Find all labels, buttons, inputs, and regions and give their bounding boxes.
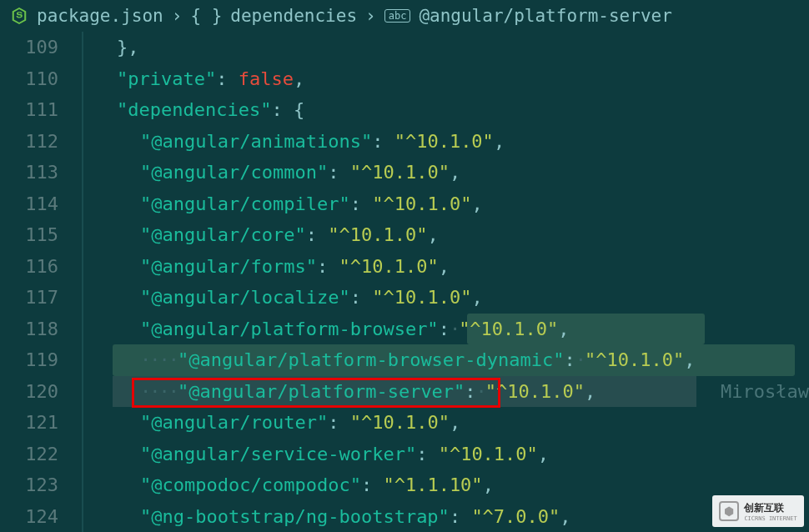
nodejs-icon [10, 7, 28, 25]
line-number: 123 [0, 469, 58, 501]
code-line[interactable]: "dependencies": { [83, 94, 809, 126]
line-number: 113 [0, 157, 58, 188]
breadcrumb-file[interactable]: package.json [37, 6, 163, 26]
line-number: 111 [0, 94, 58, 126]
chevron-right-icon: › [172, 6, 183, 26]
code-line[interactable]: "@angular/animations": "^10.1.0", [83, 126, 809, 158]
chevron-right-icon: › [365, 6, 376, 26]
line-number: 121 [0, 407, 58, 439]
line-number: 118 [0, 314, 58, 345]
line-number: 120 [0, 376, 58, 408]
line-number: 115 [0, 219, 58, 251]
line-number: 110 [0, 63, 58, 95]
breadcrumb-section[interactable]: dependencies [230, 6, 357, 26]
line-number: 124 [0, 501, 58, 533]
string-icon: abc [384, 9, 411, 23]
code-line[interactable]: "private": false, [83, 63, 809, 95]
code-line[interactable]: ····"@angular/platform-browser-dynamic":… [83, 344, 809, 376]
code-line[interactable]: "@angular/common": "^10.1.0", [83, 157, 809, 188]
line-number: 112 [0, 126, 58, 158]
git-blame-author: Mirosław [721, 376, 809, 408]
code-line[interactable]: "@angular/service-worker": "^10.1.0", [83, 439, 809, 470]
line-number: 122 [0, 439, 58, 470]
code-line[interactable]: ····"@angular/platform-server":·"^10.1.0… [83, 376, 809, 408]
code-editor[interactable]: 1091101111121131141151161171181191201211… [0, 32, 809, 532]
line-number: 109 [0, 32, 58, 63]
line-number-gutter: 1091101111121131141151161171181191201211… [0, 32, 83, 532]
braces-icon: { } [190, 6, 222, 26]
code-line[interactable]: "@ng-bootstrap/ng-bootstrap": "^7.0.0", [83, 501, 809, 533]
code-line[interactable]: "@angular/platform-browser":·"^10.1.0", [83, 314, 809, 345]
code-line[interactable]: }, [83, 32, 809, 63]
code-line[interactable]: "@angular/compiler": "^10.1.0", [83, 188, 809, 220]
watermark-logo: ⬢ 创新互联 CICRNS INTERNET [712, 495, 804, 527]
line-number: 116 [0, 251, 58, 283]
code-content[interactable]: },"private": false,"dependencies": {"@an… [83, 32, 809, 532]
line-number: 117 [0, 282, 58, 314]
code-line[interactable]: "@compodoc/compodoc": "^1.1.10", [83, 469, 809, 501]
breadcrumb-field[interactable]: @angular/platform-server [419, 6, 671, 26]
code-line[interactable]: "@angular/router": "^10.1.0", [83, 407, 809, 439]
line-number: 119 [0, 344, 58, 376]
breadcrumb: package.json › { } dependencies › abc @a… [0, 0, 809, 32]
code-line[interactable]: "@angular/core": "^10.1.0", [83, 219, 809, 251]
line-number: 114 [0, 188, 58, 220]
code-line[interactable]: "@angular/forms": "^10.1.0", [83, 251, 809, 283]
code-line[interactable]: "@angular/localize": "^10.1.0", [83, 282, 809, 314]
